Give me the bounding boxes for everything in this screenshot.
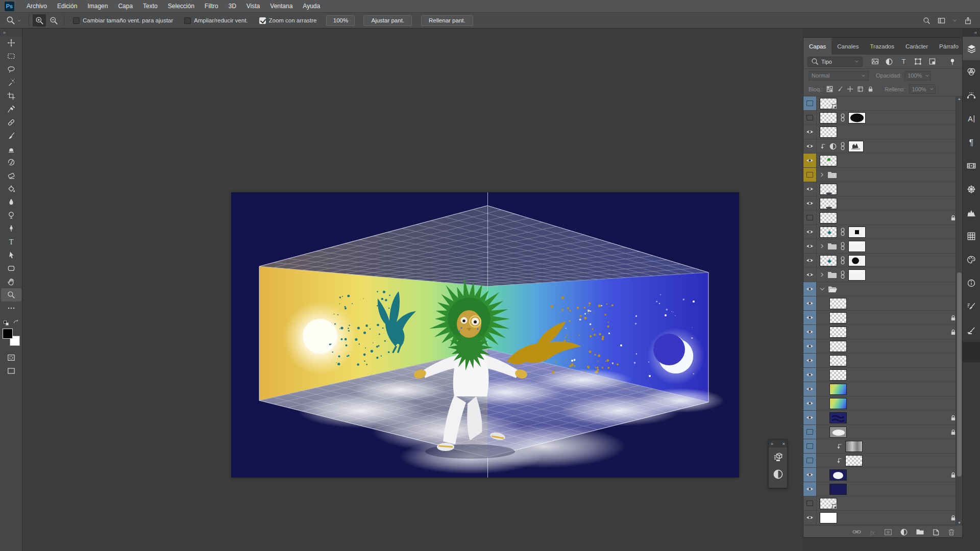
visibility-toggle[interactable] [803,482,817,496]
layer-thumbnail[interactable] [829,355,847,366]
scrubby-zoom-checkbox[interactable]: Zoom con arrastre [259,17,317,24]
visibility-toggle[interactable] [803,154,817,167]
visibility-toggle[interactable] [803,111,817,124]
menu-item-texto[interactable]: Texto [138,0,163,12]
layer-row[interactable] [803,411,962,425]
tab-canales[interactable]: Canales [831,38,864,55]
visibility-toggle[interactable] [803,496,817,510]
tool-rounded-shape[interactable] [1,262,21,275]
visibility-toggle[interactable] [803,439,817,453]
layer-thumbnail[interactable] [820,498,837,509]
layer-thumbnail[interactable] [820,127,837,138]
link-layers-button[interactable] [851,527,862,537]
3d-panel-button[interactable] [771,450,785,464]
filter-new-adjustment[interactable] [884,57,895,67]
default-colors-icon[interactable] [3,319,10,325]
filter-smart-object[interactable] [926,57,938,67]
lock-position-icon[interactable] [847,86,853,92]
layer-thumbnail[interactable] [845,441,863,452]
visibility-toggle[interactable] [803,225,817,239]
add-mask-button[interactable] [883,527,894,537]
tool-history-brush[interactable] [1,156,21,169]
layer-thumbnail[interactable] [820,512,837,523]
layer-row[interactable] [803,496,962,511]
visibility-toggle[interactable] [803,468,817,482]
tool-paint-bucket[interactable] [1,182,21,195]
filter-kind-select[interactable]: Tipo [807,57,863,67]
link-mask-icon[interactable] [840,256,845,265]
layer-style-button[interactable]: fx [867,527,878,537]
dock-paths-button[interactable] [963,84,980,107]
dock-collapse-handle[interactable]: « [963,29,980,37]
dock-timeline-button[interactable] [963,154,980,178]
visibility-toggle[interactable] [803,396,817,410]
visibility-toggle[interactable] [803,239,817,253]
scroll-up-arrow[interactable]: ▲ [956,97,962,101]
layer-row[interactable] [803,196,962,211]
layer-row[interactable] [803,325,962,339]
layer-row[interactable] [803,382,962,396]
tool-path-selection[interactable] [1,248,21,262]
filter-pin-toggle[interactable] [947,57,958,67]
layer-row[interactable] [803,511,962,525]
layer-row[interactable] [803,111,962,125]
menu-item-ventana[interactable]: Ventana [265,0,298,12]
menu-item-filtro[interactable]: Filtro [200,0,224,12]
visibility-toggle[interactable] [803,139,817,153]
visibility-toggle[interactable] [803,511,817,524]
layer-thumbnail[interactable] [829,312,847,323]
opacity-select[interactable]: 100% [904,71,931,81]
layer-row[interactable] [803,182,962,196]
layer-row[interactable] [803,211,962,225]
lock-artboard-icon[interactable] [857,86,864,92]
tool-hand[interactable] [1,275,21,288]
dock-paragraph-button[interactable]: ¶ [963,131,980,154]
chevron-down-icon[interactable] [952,18,957,23]
foreground-color-swatch[interactable] [3,329,13,339]
visibility-toggle[interactable] [803,382,817,396]
tool-brush[interactable] [1,129,21,142]
visibility-toggle[interactable] [803,296,817,310]
layer-thumbnail[interactable] [820,255,837,266]
layer-row[interactable] [803,282,962,296]
visibility-toggle[interactable] [803,168,817,182]
layer-mask-thumbnail[interactable] [848,112,866,123]
visibility-toggle[interactable] [803,411,817,424]
layer-row[interactable] [803,225,962,239]
layer-thumbnail[interactable] [829,298,847,309]
tool-lasso[interactable] [1,63,21,76]
layer-row[interactable] [803,468,962,482]
menu-item-edicin[interactable]: Edición [52,0,82,12]
visibility-toggle[interactable] [803,196,817,210]
menu-item-seleccin[interactable]: Selección [163,0,200,12]
tool-dodge[interactable] [1,209,21,222]
tool-healing-brush[interactable] [1,116,21,129]
visibility-toggle[interactable] [803,325,817,339]
tool-type[interactable]: T [1,235,21,248]
workspace-icon[interactable] [938,17,945,24]
layer-row[interactable] [803,439,962,454]
tool-rectangular-marquee[interactable] [1,49,21,63]
dock-layers-button[interactable] [963,37,980,60]
chevron-right-icon[interactable] [820,244,824,248]
layer-thumbnail[interactable] [820,227,837,238]
toolbar-collapse-handle[interactable]: » [0,29,22,36]
layer-thumbnail[interactable] [829,427,847,438]
dock-swatches-button[interactable] [963,248,980,271]
layer-thumbnail[interactable] [820,198,837,209]
tool-blur[interactable] [1,195,21,209]
layer-thumbnail[interactable] [829,384,847,395]
new-layer-button[interactable] [930,527,941,537]
layer-thumbnail[interactable] [829,398,847,409]
layer-row[interactable] [803,168,962,182]
chevron-down-icon[interactable] [820,287,825,291]
visibility-toggle[interactable] [803,311,817,324]
layer-row[interactable] [803,239,962,254]
visibility-toggle[interactable] [803,211,817,224]
zoom-in-button[interactable] [33,14,46,27]
visibility-toggle[interactable] [803,425,817,439]
share-icon[interactable] [964,17,972,24]
layer-row[interactable] [803,154,962,168]
lock-transparency-icon[interactable] [826,86,833,92]
resize-windows-checkbox[interactable]: Cambiar tamaño vent. para ajustar [73,17,173,24]
